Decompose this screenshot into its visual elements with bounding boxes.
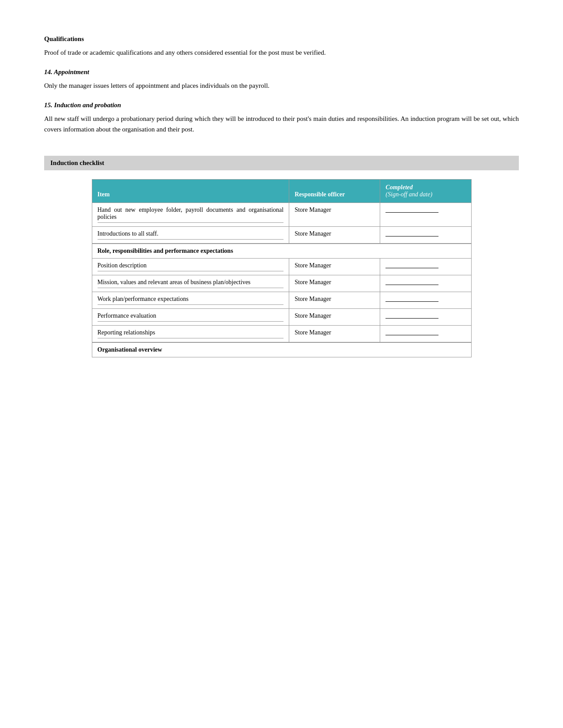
table-header-row: Item Responsible officer Completed (Sign… [92, 180, 471, 203]
appointment-heading: 14. Appointment [44, 68, 519, 76]
checklist-table: Item Responsible officer Completed (Sign… [92, 179, 472, 357]
item-cell: Reporting relationships [92, 326, 289, 343]
completed-cell [380, 309, 471, 326]
completion-field [385, 230, 438, 236]
responsible-cell: Store Manager [289, 227, 380, 244]
completed-cell [380, 326, 471, 343]
col-item-header: Item [92, 180, 289, 203]
completed-cell [380, 292, 471, 309]
induction-checklist-header: Induction checklist [44, 156, 519, 170]
appointment-section: 14. Appointment Only the manager issues … [44, 68, 519, 91]
completed-cell [380, 203, 471, 227]
responsible-cell: Store Manager [289, 309, 380, 326]
table-row: Role, responsibilities and performance e… [92, 244, 471, 259]
item-cell: Mission, values and relevant areas of bu… [92, 275, 289, 292]
completion-field [385, 262, 438, 268]
table-row: Position descriptionStore Manager [92, 259, 471, 275]
completion-field [385, 296, 438, 302]
completion-field [385, 329, 438, 335]
item-cell: Introductions to all staff. [92, 227, 289, 244]
table-row: Organisational overview [92, 342, 471, 357]
induction-body: All new staff will undergo a probationar… [44, 113, 519, 135]
table-row: Performance evaluationStore Manager [92, 309, 471, 326]
responsible-cell: Store Manager [289, 259, 380, 275]
col-completed-header: Completed (Sign-off and date) [380, 180, 471, 203]
table-row: Introductions to all staff.Store Manager [92, 227, 471, 244]
table-row: Mission, values and relevant areas of bu… [92, 275, 471, 292]
completion-field [385, 279, 438, 285]
table-row: Hand out new employee folder, payroll do… [92, 203, 471, 227]
responsible-cell: Store Manager [289, 203, 380, 227]
completed-cell [380, 275, 471, 292]
completed-cell [380, 227, 471, 244]
appointment-body: Only the manager issues letters of appoi… [44, 80, 519, 91]
col-responsible-header: Responsible officer [289, 180, 380, 203]
responsible-cell: Store Manager [289, 292, 380, 309]
qualifications-heading: Qualifications [44, 35, 519, 43]
table-row: Reporting relationshipsStore Manager [92, 326, 471, 343]
table-row: Work plan/performance expectationsStore … [92, 292, 471, 309]
checklist-tbody: Hand out new employee folder, payroll do… [92, 203, 471, 357]
item-cell: Work plan/performance expectations [92, 292, 289, 309]
completion-field [385, 312, 438, 319]
subheading-cell: Organisational overview [92, 342, 471, 357]
item-cell: Hand out new employee folder, payroll do… [92, 203, 289, 227]
item-cell: Performance evaluation [92, 309, 289, 326]
qualifications-section: Qualifications Proof of trade or academi… [44, 35, 519, 58]
responsible-cell: Store Manager [289, 275, 380, 292]
subheading-cell: Role, responsibilities and performance e… [92, 244, 471, 259]
qualifications-body: Proof of trade or academic qualification… [44, 47, 519, 58]
item-cell: Position description [92, 259, 289, 275]
induction-heading: 15. Induction and probation [44, 101, 519, 109]
completion-field [385, 206, 438, 213]
induction-section: 15. Induction and probation All new staf… [44, 101, 519, 135]
responsible-cell: Store Manager [289, 326, 380, 343]
checklist-table-wrapper: Item Responsible officer Completed (Sign… [92, 179, 472, 357]
completed-cell [380, 259, 471, 275]
